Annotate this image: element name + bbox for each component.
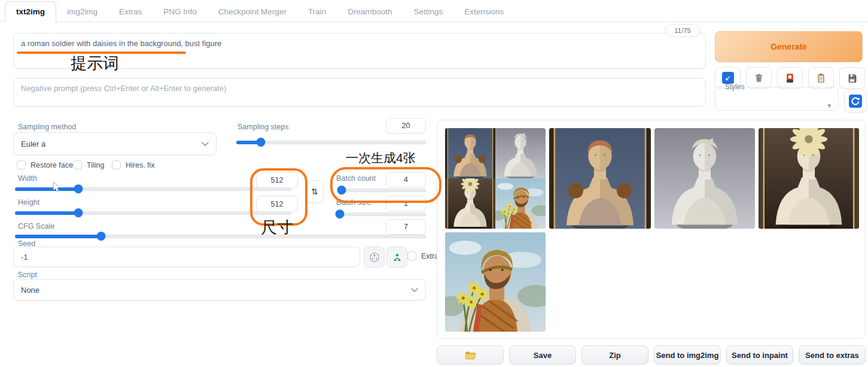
- sampling-method-label: Sampling method: [18, 123, 76, 131]
- gallery-image-1[interactable]: [549, 128, 651, 229]
- flower-card-icon: [785, 73, 795, 83]
- extra-seed-checkbox[interactable]: Extra: [407, 251, 438, 260]
- width-label: Width: [18, 174, 37, 183]
- annotation-batch-label: 一次生成4张: [346, 150, 416, 166]
- token-counter: 11/75: [665, 24, 700, 37]
- clipboard-icon: [816, 73, 826, 83]
- script-label: Script: [18, 271, 37, 279]
- hires-fix-label: Hires. fix: [126, 161, 155, 169]
- checkbox-box[interactable]: [407, 251, 416, 260]
- floppy-disk-icon: [847, 73, 857, 83]
- annotation-prompt-label: 提示词: [71, 53, 119, 74]
- seed-input[interactable]: [13, 247, 360, 267]
- checkbox-box[interactable]: [112, 160, 121, 169]
- top-tab-bar: txt2img img2img Extras PNG Info Checkpoi…: [0, 0, 868, 22]
- chevron-down-icon: [411, 288, 418, 292]
- height-label: Height: [18, 198, 39, 207]
- grid-cell: [445, 128, 495, 178]
- tab-txt2img[interactable]: txt2img: [5, 1, 56, 22]
- tab-extras[interactable]: Extras: [108, 2, 153, 22]
- random-seed-button[interactable]: [364, 247, 385, 268]
- script-select[interactable]: None: [13, 279, 426, 301]
- tab-img2img[interactable]: img2img: [56, 2, 108, 22]
- chevron-down-icon: [202, 142, 209, 146]
- checkbox-box[interactable]: [17, 160, 26, 169]
- gallery-actions-row: Save Zip Send to img2img Send to inpaint…: [437, 345, 866, 365]
- folder-icon: [465, 351, 476, 360]
- height-slider[interactable]: [15, 208, 291, 217]
- recycle-icon: [392, 252, 403, 263]
- batch-size-label: Batch size: [336, 198, 371, 207]
- script-value: None: [21, 286, 39, 295]
- open-folder-button[interactable]: [437, 345, 504, 365]
- send-to-inpaint-button[interactable]: Send to inpaint: [726, 345, 793, 365]
- batch-count-label: Batch count: [336, 174, 376, 183]
- tab-checkpoint-merger[interactable]: Checkpoint Merger: [208, 2, 297, 22]
- tab-settings[interactable]: Settings: [403, 2, 453, 22]
- tiling-label: Tiling: [87, 161, 104, 169]
- trash-icon: [754, 73, 764, 83]
- tab-dreambooth[interactable]: Dreambooth: [337, 2, 403, 22]
- checkbox-box[interactable]: [73, 160, 82, 169]
- gallery-preview-grid[interactable]: [445, 128, 546, 229]
- sampling-method-select[interactable]: Euler a: [13, 132, 217, 155]
- restore-faces-label: Restore faces: [31, 161, 77, 169]
- gallery-image-2[interactable]: [654, 128, 755, 229]
- tab-png-info[interactable]: PNG Info: [153, 2, 208, 22]
- swap-arrows-icon: ⇅: [311, 187, 318, 196]
- send-to-img2img-button[interactable]: Send to img2img: [654, 345, 721, 365]
- gallery-image-4[interactable]: [445, 232, 546, 332]
- gallery-image-3[interactable]: [759, 128, 859, 229]
- styles-label: Styles: [723, 83, 747, 91]
- txt2img-page: { "tabs": ["txt2img","img2img","Extras",…: [0, 0, 868, 367]
- refresh-styles-button[interactable]: [844, 90, 867, 113]
- save-style-button[interactable]: [839, 67, 865, 89]
- grid-cell: [495, 178, 546, 229]
- reuse-seed-button[interactable]: [386, 247, 407, 268]
- extra-seed-label: Extra: [421, 252, 438, 260]
- save-button[interactable]: Save: [509, 345, 576, 365]
- tiling-checkbox[interactable]: Tiling: [73, 160, 104, 169]
- swap-width-height-button[interactable]: ⇅: [306, 180, 324, 203]
- tab-train[interactable]: Train: [297, 2, 337, 22]
- batch-count-slider[interactable]: [338, 186, 426, 195]
- sampling-steps-input[interactable]: [386, 118, 426, 134]
- annotation-size-label: 尺寸: [261, 217, 293, 238]
- grid-cell: [495, 128, 546, 178]
- negative-prompt-input[interactable]: [13, 78, 706, 107]
- width-slider[interactable]: [15, 184, 291, 193]
- paste-arrow-icon: ↙: [722, 72, 734, 84]
- zip-button[interactable]: Zip: [581, 345, 648, 365]
- send-to-extras-button[interactable]: Send to extras: [799, 345, 866, 365]
- styles-dropdown[interactable]: Styles ▾: [715, 83, 839, 111]
- refresh-icon: [849, 95, 862, 108]
- grid-cell: [445, 178, 495, 229]
- cfg-scale-label: CFG Scale: [18, 222, 54, 230]
- cfg-scale-slider[interactable]: [15, 232, 426, 241]
- sampling-steps-label: Sampling steps: [237, 123, 288, 131]
- hires-fix-checkbox[interactable]: Hires. fix: [112, 160, 155, 169]
- styles-dropdown-arrow-icon[interactable]: ▾: [827, 102, 831, 110]
- tab-extensions[interactable]: Extensions: [453, 2, 514, 22]
- restore-faces-checkbox[interactable]: Restore faces: [17, 160, 77, 169]
- sampling-method-value: Euler a: [21, 139, 45, 148]
- sampling-steps-slider[interactable]: [236, 138, 426, 147]
- generate-button[interactable]: Generate: [715, 31, 863, 62]
- dice-icon: [369, 252, 380, 263]
- batch-size-slider[interactable]: [338, 210, 426, 219]
